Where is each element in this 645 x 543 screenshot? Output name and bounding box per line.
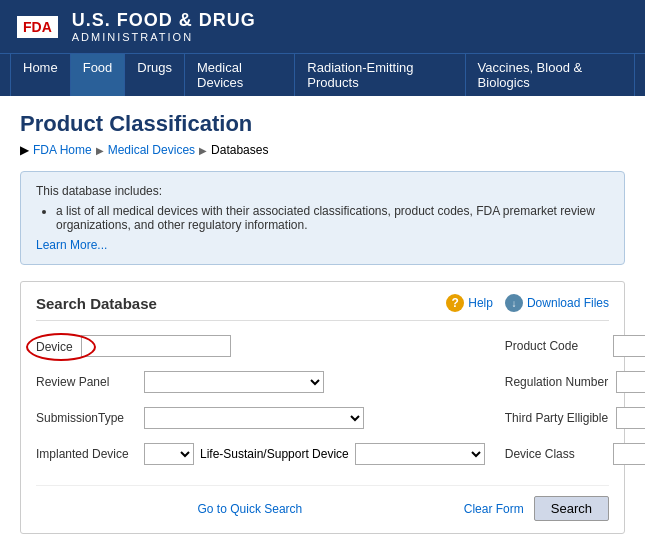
nav-radiation[interactable]: Radiation-Emitting Products: [295, 54, 465, 96]
help-label: Help: [468, 296, 493, 310]
device-input[interactable]: [81, 335, 231, 357]
life-sustain-select[interactable]: [355, 443, 485, 465]
breadcrumb-fda-home[interactable]: FDA Home: [33, 143, 92, 157]
third-party-select[interactable]: [616, 407, 645, 429]
search-section: Search Database ? Help ↓ Download Files …: [20, 281, 625, 534]
product-code-label: Product Code: [505, 339, 605, 353]
implanted-device-label: Implanted Device: [36, 447, 136, 461]
site-sub-title: ADMINISTRATION: [72, 31, 256, 43]
info-intro: This database includes:: [36, 184, 609, 198]
main-content: Product Classification ▶ FDA Home ▶ Medi…: [0, 96, 645, 543]
download-link[interactable]: ↓ Download Files: [505, 294, 609, 312]
page-title: Product Classification: [20, 111, 625, 137]
form-actions: Go to Quick Search Clear Form Search: [36, 485, 609, 521]
implanted-row-inputs: Life-Sustain/Support Device: [144, 443, 485, 465]
search-button[interactable]: Search: [534, 496, 609, 521]
main-navigation: Home Food Drugs Medical Devices Radiatio…: [0, 53, 645, 96]
device-class-label: Device Class: [505, 447, 605, 461]
learn-more-link[interactable]: Learn More...: [36, 238, 107, 252]
search-section-header: Search Database ? Help ↓ Download Files: [36, 294, 609, 321]
breadcrumb-arrow-1: ▶: [20, 143, 29, 157]
fda-logo: FDA: [15, 14, 60, 40]
submission-type-select[interactable]: [144, 407, 364, 429]
download-label: Download Files: [527, 296, 609, 310]
implanted-device-select[interactable]: [144, 443, 194, 465]
site-main-title: U.S. FOOD & DRUG: [72, 10, 256, 31]
review-panel-label: Review Panel: [36, 375, 136, 389]
clear-form-link[interactable]: Clear Form: [464, 502, 524, 516]
quick-search-link[interactable]: Go to Quick Search: [198, 502, 303, 516]
regulation-number-row: Regulation Number: [505, 371, 645, 393]
download-icon: ↓: [505, 294, 523, 312]
nav-medical-devices[interactable]: Medical Devices: [185, 54, 295, 96]
life-sustain-label: Life-Sustain/Support Device: [200, 447, 349, 461]
help-link[interactable]: ? Help: [446, 294, 493, 312]
info-box: This database includes: a list of all me…: [20, 171, 625, 265]
search-section-title: Search Database: [36, 295, 157, 312]
search-actions: ? Help ↓ Download Files: [446, 294, 609, 312]
info-bullet: a list of all medical devices with their…: [56, 204, 609, 232]
nav-drugs[interactable]: Drugs: [125, 54, 185, 96]
nav-vaccines[interactable]: Vaccines, Blood & Biologics: [466, 54, 635, 96]
product-code-input[interactable]: [613, 335, 645, 357]
submission-type-label: SubmissionType: [36, 411, 136, 425]
breadcrumb-sep-1: ▶: [96, 145, 104, 156]
regulation-number-label: Regulation Number: [505, 375, 608, 389]
site-title: U.S. FOOD & DRUG ADMINISTRATION: [72, 10, 256, 43]
breadcrumb-current: Databases: [211, 143, 268, 157]
nav-food[interactable]: Food: [71, 54, 126, 96]
breadcrumb-medical-devices[interactable]: Medical Devices: [108, 143, 195, 157]
site-header: FDA U.S. FOOD & DRUG ADMINISTRATION: [0, 0, 645, 53]
nav-home[interactable]: Home: [10, 54, 71, 96]
device-class-select[interactable]: [613, 443, 645, 465]
device-label-container: Device: [36, 339, 73, 354]
regulation-number-input[interactable]: [616, 371, 645, 393]
left-actions: Go to Quick Search: [36, 502, 464, 516]
third-party-row: Third Party Elligible: [505, 407, 645, 429]
review-panel-row: Review Panel: [36, 371, 485, 393]
device-row: Device: [36, 335, 485, 357]
review-panel-select[interactable]: [144, 371, 324, 393]
help-icon: ?: [446, 294, 464, 312]
device-class-row: Device Class: [505, 443, 645, 465]
breadcrumb: ▶ FDA Home ▶ Medical Devices ▶ Databases: [20, 143, 625, 157]
search-form: Device Product Code Review Panel Regulat…: [36, 335, 609, 471]
submission-type-row: SubmissionType: [36, 407, 485, 429]
device-label: Device: [36, 340, 73, 354]
implanted-device-row: Implanted Device Life-Sustain/Support De…: [36, 443, 485, 465]
product-code-row: Product Code: [505, 335, 645, 357]
third-party-label: Third Party Elligible: [505, 411, 608, 425]
breadcrumb-sep-2: ▶: [199, 145, 207, 156]
right-actions: Clear Form Search: [464, 496, 609, 521]
